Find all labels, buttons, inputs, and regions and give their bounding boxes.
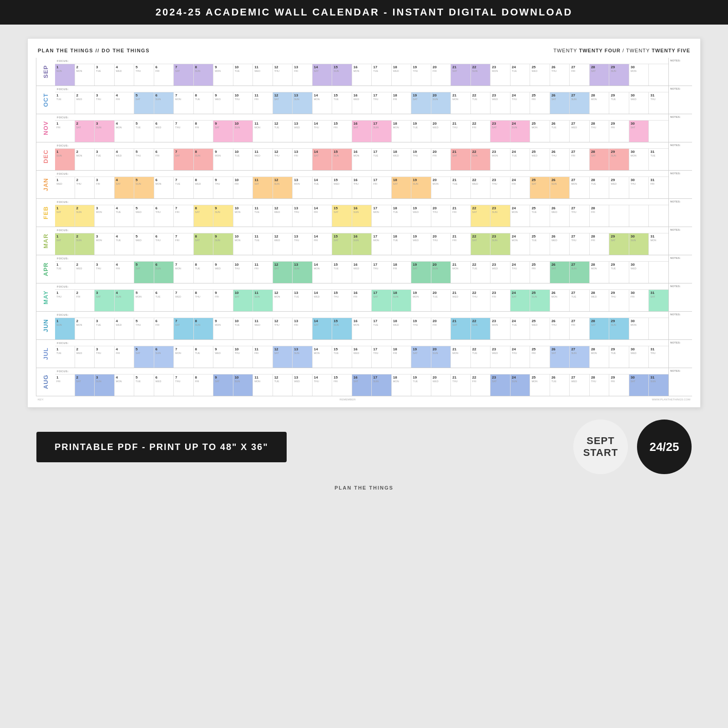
- day-cell-dec-12: 12THU: [273, 149, 293, 170]
- day-cell-jul-13: 13SUN: [293, 346, 313, 368]
- day-cell-jun-15: 15SUN: [332, 318, 352, 339]
- brand-left: PLAN THE THINGS // DO THE THINGS: [38, 48, 150, 53]
- day-cell-mar-24: 24MON: [511, 233, 531, 255]
- day-cell-jun-12: 12THU: [273, 318, 293, 339]
- day-cell-oct-24: 24THU: [511, 92, 531, 114]
- day-cell-feb-29: [609, 205, 629, 227]
- day-cell-nov-5: 5TUE: [134, 121, 154, 142]
- day-cell-apr-5: 5SAT: [134, 262, 154, 283]
- day-cell-jul-5: 5SAT: [134, 346, 154, 368]
- month-row-may: MAYFOCUS:1THU2FRI3SAT4SUN5MON6TUE7WED8TH…: [36, 283, 692, 312]
- notes-col-dec: NOTES:: [668, 142, 692, 170]
- day-cell-sep-4: 4WED: [115, 64, 135, 86]
- day-cell-nov-25: 25MON: [530, 121, 550, 142]
- day-cell-sep-18: 18WED: [392, 64, 412, 86]
- day-cell-feb-15: 15SAT: [332, 205, 352, 227]
- day-cell-jun-11: 11WED: [253, 318, 273, 339]
- day-cell-jan-17: 17FRI: [372, 177, 392, 198]
- day-cell-mar-18: 18TUE: [392, 233, 412, 255]
- day-cell-aug-6: 6WED: [154, 374, 174, 396]
- day-cell-dec-21: 21SAT: [451, 149, 471, 170]
- day-cell-may-5: 5MON: [134, 290, 154, 311]
- day-cell-jan-6: 6MON: [154, 177, 174, 198]
- day-cell-may-2: 2FRI: [75, 290, 95, 311]
- day-cell-jul-26: 26SAT: [550, 346, 570, 368]
- month-row-feb: FEBFOCUS:1SAT2SUN3MON4TUE5WED6THU7FRI8SA…: [36, 199, 692, 227]
- day-cell-dec-30: 30MON: [629, 149, 649, 170]
- month-row-jan: JANFOCUS:1WED2THU3FRI4SAT5SUN6MON7TUE8WE…: [36, 171, 692, 199]
- day-cell-apr-1: 1TUE: [55, 262, 75, 283]
- key-label: KEY:: [38, 398, 44, 401]
- day-cell-dec-9: 9MON: [213, 149, 233, 170]
- day-cell-feb-22: 22SAT: [471, 205, 491, 227]
- day-cell-jul-2: 2WED: [75, 346, 95, 368]
- day-cell-jun-1: 1SUN: [55, 318, 75, 339]
- day-cell-aug-31: 31SUN: [649, 374, 668, 396]
- day-cell-nov-22: 22FRI: [471, 121, 491, 142]
- day-cell-jul-31: 31THU: [649, 346, 668, 368]
- day-cell-feb-10: 10MON: [233, 205, 253, 227]
- day-cell-nov-16: 16SAT: [352, 121, 372, 142]
- day-cell-aug-21: 21THU: [451, 374, 471, 396]
- day-cell-mar-20: 20THU: [431, 233, 451, 255]
- day-cell-apr-30: 30WED: [629, 262, 649, 283]
- day-cell-jun-17: 17TUE: [372, 318, 392, 339]
- day-cell-apr-20: 20SUN: [431, 262, 451, 283]
- day-cell-apr-26: 26SAT: [550, 262, 570, 283]
- day-cell-mar-14: 14FRI: [313, 233, 333, 255]
- day-cell-jun-4: 4WED: [115, 318, 135, 339]
- day-cell-mar-29: 29SAT: [609, 233, 629, 255]
- notes-col-aug: NOTES:: [668, 368, 692, 396]
- day-cell-apr-21: 21MON: [451, 262, 471, 283]
- day-cell-aug-30: 30SAT: [629, 374, 649, 396]
- day-cell-sep-2: 2MON: [75, 64, 95, 86]
- day-cell-may-17: 17SAT: [372, 290, 392, 311]
- day-cell-oct-16: 16WED: [352, 92, 372, 114]
- day-cell-sep-5: 5THU: [134, 64, 154, 86]
- day-cell-feb-16: 16SUN: [352, 205, 372, 227]
- day-cell-aug-25: 25MON: [530, 374, 550, 396]
- month-label-feb: FEB: [36, 199, 55, 227]
- day-cell-jul-7: 7MON: [174, 346, 194, 368]
- day-cell-aug-24: 24SUN: [511, 374, 531, 396]
- day-cell-dec-18: 18WED: [392, 149, 412, 170]
- day-cell-jan-20: 20MON: [431, 177, 451, 198]
- day-cell-oct-10: 10THU: [233, 92, 253, 114]
- month-label-oct: OCT: [36, 86, 55, 114]
- day-cell-jul-12: 12SAT: [273, 346, 293, 368]
- day-cell-apr-13: 13SUN: [293, 262, 313, 283]
- day-cell-oct-30: 30WED: [629, 92, 649, 114]
- day-cell-jul-27: 27SUN: [570, 346, 590, 368]
- day-cell-sep-25: 25WED: [530, 64, 550, 86]
- day-cell-mar-6: 6THU: [154, 233, 174, 255]
- day-cell-mar-9: 9SUN: [213, 233, 233, 255]
- day-cell-oct-22: 22TUE: [471, 92, 491, 114]
- day-cell-jan-31: 31FRI: [649, 177, 668, 198]
- day-cell-mar-30: 30SUN: [629, 233, 649, 255]
- day-cell-oct-19: 19SAT: [411, 92, 431, 114]
- day-cell-aug-28: 28THU: [590, 374, 610, 396]
- day-cell-dec-17: 17TUE: [372, 149, 392, 170]
- day-cell-jul-3: 3THU: [95, 346, 115, 368]
- day-cell-oct-5: 5SAT: [134, 92, 154, 114]
- top-bar: 2024-25 ACADEMIC WALL CALENDAR - INSTANT…: [0, 0, 728, 25]
- day-cell-dec-15: 15SUN: [332, 149, 352, 170]
- day-cell-aug-8: 8FRI: [194, 374, 214, 396]
- day-cell-dec-25: 25WED: [530, 149, 550, 170]
- day-cell-apr-27: 27SUN: [570, 262, 590, 283]
- day-cell-dec-5: 5THU: [134, 149, 154, 170]
- day-cell-nov-27: 27WED: [570, 121, 590, 142]
- day-cell-feb-1: 1SAT: [55, 205, 75, 227]
- day-cell-nov-1: 1FRI: [55, 121, 75, 142]
- day-cell-mar-4: 4TUE: [115, 233, 135, 255]
- day-cell-jul-8: 8TUE: [194, 346, 214, 368]
- day-cell-jan-24: 24FRI: [511, 177, 531, 198]
- day-cell-jun-2: 2MON: [75, 318, 95, 339]
- day-cell-nov-15: 15FRI: [332, 121, 352, 142]
- month-label-mar: MAR: [36, 227, 55, 255]
- day-cell-sep-13: 13FRI: [293, 64, 313, 86]
- day-cell-oct-21: 21MON: [451, 92, 471, 114]
- day-cell-jul-20: 20SUN: [431, 346, 451, 368]
- month-label-jul: JUL: [36, 340, 55, 368]
- day-cell-mar-13: 13THU: [293, 233, 313, 255]
